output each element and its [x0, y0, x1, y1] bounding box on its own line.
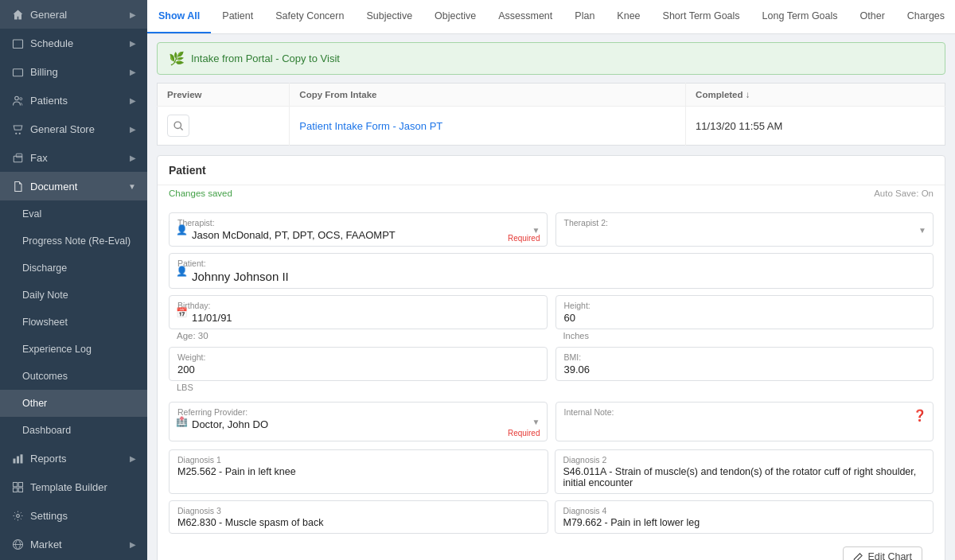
dropdown-arrow-icon: ▼ [918, 225, 926, 234]
intake-banner-text: Intake from Portal - Copy to Visit [191, 52, 340, 64]
content-area: 🌿 Intake from Portal - Copy to Visit Pre… [147, 34, 955, 560]
svg-rect-11 [13, 482, 17, 486]
sidebar-item-eval[interactable]: Eval [0, 200, 147, 228]
sidebar-item-schedule[interactable]: Schedule ▶ [0, 29, 147, 57]
intake-row: Patient Intake Form - Jason PT 11/13/20 … [158, 107, 945, 146]
birthday-field[interactable]: Birthday: 11/01/91 📅 [169, 295, 548, 329]
sidebar-item-dashboard[interactable]: Dashboard [0, 417, 147, 444]
sidebar-item-label: Settings [30, 510, 68, 522]
weight-field[interactable]: Weight: 200 [169, 347, 548, 381]
diag4-value: M79.662 - Pain in left lower leg [563, 517, 926, 528]
sidebar-item-settings[interactable]: Settings [0, 501, 147, 530]
patient-name-field[interactable]: Patient: Johnny Johnson II 👤 [169, 253, 934, 289]
tab-other[interactable]: Other [849, 0, 896, 33]
sidebar-item-label: Template Builder [30, 481, 107, 493]
sidebar-sub-label: Progress Note (Re-Eval) [22, 235, 131, 247]
tab-assessment[interactable]: Assessment [487, 0, 563, 33]
sidebar-item-progress-note[interactable]: Progress Note (Re-Eval) [0, 228, 147, 255]
tab-plan[interactable]: Plan [563, 0, 606, 33]
height-value: 60 [564, 312, 926, 324]
intake-completed-date: 11/13/20 11:55 AM [686, 107, 945, 146]
edit-chart-button[interactable]: Edit Chart [843, 546, 922, 560]
home-icon [11, 8, 24, 21]
chart-icon [11, 452, 24, 465]
sidebar-item-label: Billing [30, 66, 58, 78]
chevron-icon: ▶ [130, 154, 136, 162]
tab-objective[interactable]: Objective [423, 0, 487, 33]
col-completed: Completed ↓ [686, 84, 945, 107]
therapist-field[interactable]: Therapist: Jason McDonald, PT, DPT, OCS,… [169, 212, 548, 247]
sidebar-item-general[interactable]: General ▶ [0, 0, 147, 29]
calendar-field-icon: 📅 [176, 307, 188, 318]
svg-point-15 [16, 514, 19, 517]
sidebar-sub-label: Outcomes [22, 371, 68, 382]
birthday-value: 11/01/91 [177, 312, 539, 324]
document-icon [11, 180, 24, 192]
svg-point-21 [174, 122, 181, 128]
diagnosis-3-field[interactable]: Diagnosis 3 M62.830 - Muscle spasm of ba… [169, 500, 548, 534]
patients-icon [11, 94, 24, 107]
weight-label: Weight: [177, 352, 539, 362]
patient-section-header: Patient [158, 156, 945, 185]
tab-show-all[interactable]: Show All [147, 0, 211, 33]
chevron-icon: ▶ [130, 125, 136, 134]
tab-subjective[interactable]: Subjective [355, 0, 423, 33]
patient-section-card: Patient Changes saved Auto Save: On Ther… [157, 155, 945, 560]
height-field[interactable]: Height: 60 [555, 295, 934, 329]
sidebar-item-patients[interactable]: Patients ▶ [0, 86, 147, 115]
sidebar-item-discharge[interactable]: Discharge [0, 255, 147, 282]
tab-charges[interactable]: Charges [896, 0, 955, 33]
tab-safety-concern[interactable]: Safety Concern [264, 0, 355, 33]
sidebar-item-template-builder[interactable]: Template Builder [0, 472, 147, 501]
sidebar-sub-label: Experience Log [22, 344, 92, 355]
therapist2-field[interactable]: Therapist 2: ▼ [555, 212, 934, 247]
diagnosis-1-field[interactable]: Diagnosis 1 M25.562 - Pain in left knee [169, 449, 548, 494]
diag2-value: S46.011A - Strain of muscle(s) and tendo… [563, 466, 926, 488]
bmi-value: 39.06 [564, 364, 926, 375]
sidebar-item-label: Schedule [30, 37, 73, 49]
tab-long-term-goals[interactable]: Long Term Goals [751, 0, 849, 33]
internal-note-label: Internal Note: [564, 407, 926, 417]
sidebar-item-document[interactable]: Document ▼ [0, 172, 147, 200]
sidebar-item-general-store[interactable]: General Store ▶ [0, 115, 147, 143]
birthday-label: Birthday: [177, 301, 539, 310]
tab-short-term-goals[interactable]: Short Term Goals [652, 0, 751, 33]
preview-search-icon[interactable] [167, 115, 189, 137]
weight-value: 200 [177, 364, 539, 375]
auto-save-bar: Changes saved Auto Save: On [158, 185, 945, 203]
patient-value: Johnny Johnson II [177, 270, 925, 283]
sidebar-item-fax[interactable]: Fax ▶ [0, 143, 147, 172]
tab-patient[interactable]: Patient [211, 0, 264, 33]
svg-point-4 [15, 132, 17, 134]
referring-field[interactable]: Referring Provider: Doctor, John DO 🏥 ▼ … [169, 402, 548, 441]
internal-note-field[interactable]: Internal Note: ❓ [555, 402, 934, 441]
sidebar-item-market[interactable]: Market ▶ [0, 530, 147, 558]
diagnosis-4-field[interactable]: Diagnosis 4 M79.662 - Pain in left lower… [555, 500, 934, 534]
bmi-field[interactable]: BMI: 39.06 [555, 347, 934, 381]
sidebar-item-other[interactable]: Other [0, 390, 147, 417]
sidebar-item-label: General [30, 9, 67, 21]
sidebar-item-outcomes[interactable]: Outcomes [0, 363, 147, 390]
sidebar-item-flowsheet[interactable]: Flowsheet [0, 309, 147, 336]
sidebar-sub-label: Dashboard [22, 425, 71, 436]
market-icon [11, 538, 24, 550]
sidebar: General ▶ Schedule ▶ Billing ▶ Patients … [0, 0, 147, 560]
diagnoses-grid: Diagnosis 1 M25.562 - Pain in left knee … [169, 449, 934, 534]
intake-form-link[interactable]: Patient Intake Form - Jason PT [299, 120, 442, 132]
sidebar-item-billing[interactable]: Billing ▶ [0, 57, 147, 86]
layout-icon [11, 480, 24, 493]
sidebar-item-label: Reports [30, 453, 67, 465]
patient-icon: 👤 [176, 266, 188, 277]
sidebar-sub-label: Daily Note [22, 290, 68, 301]
provider-icon: 🏥 [176, 416, 188, 427]
bmi-label: BMI: [564, 352, 926, 362]
sidebar-item-experience-log[interactable]: Experience Log [0, 336, 147, 363]
person-icon: 👤 [176, 224, 188, 235]
tab-knee[interactable]: Knee [606, 0, 651, 33]
diagnosis-2-field[interactable]: Diagnosis 2 S46.011A - Strain of muscle(… [555, 449, 934, 494]
svg-point-3 [19, 97, 21, 99]
sidebar-item-daily-note[interactable]: Daily Note [0, 282, 147, 309]
calendar-icon [11, 37, 24, 49]
sidebar-item-reports-sub[interactable]: Reports ▶ [0, 444, 147, 472]
weight-col: Weight: 200 LBS [169, 347, 548, 395]
